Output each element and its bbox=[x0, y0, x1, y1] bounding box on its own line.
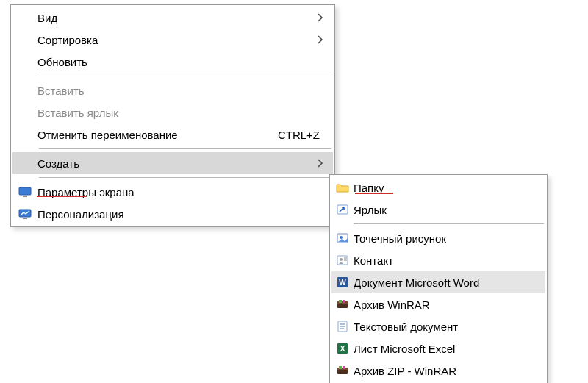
menu-item-label: Архив ZIP - WinRAR bbox=[354, 365, 545, 377]
svg-text:X: X bbox=[340, 345, 345, 353]
svg-point-6 bbox=[340, 236, 343, 239]
submenu-item-winrar[interactable]: Архив WinRAR bbox=[331, 293, 545, 315]
create-submenu: Папку Ярлык Точечный рисунок bbox=[329, 174, 548, 383]
menu-item-label: Папку bbox=[354, 182, 545, 194]
svg-rect-0 bbox=[19, 187, 31, 195]
menu-item-shortcut: CTRL+Z bbox=[278, 129, 333, 141]
menu-item-label: Отменить переименование bbox=[37, 129, 278, 141]
menu-item-label: Вставить ярлык bbox=[37, 107, 312, 119]
menu-item-display-settings[interactable]: Параметры экрана bbox=[12, 181, 333, 203]
svg-rect-25 bbox=[339, 366, 342, 369]
display-settings-icon bbox=[12, 186, 37, 198]
menu-item-label: Ярлык bbox=[354, 204, 545, 216]
text-doc-icon bbox=[331, 321, 354, 332]
submenu-item-word[interactable]: W Документ Microsoft Word bbox=[331, 271, 545, 293]
menu-item-personalize[interactable]: Персонализация bbox=[12, 203, 333, 225]
chevron-right-icon bbox=[312, 35, 333, 44]
chevron-right-icon bbox=[312, 13, 333, 22]
menu-item-label: Вставить bbox=[37, 85, 312, 97]
menu-item-create[interactable]: Создать bbox=[12, 152, 333, 174]
svg-text:W: W bbox=[339, 279, 346, 287]
menu-item-refresh[interactable]: Обновить bbox=[12, 51, 333, 73]
svg-rect-16 bbox=[343, 300, 345, 303]
shortcut-icon bbox=[331, 204, 354, 215]
menu-item-label: Персонализация bbox=[37, 208, 312, 221]
menu-item-label: Текстовый документ bbox=[354, 321, 545, 333]
menu-item-label: Лист Microsoft Excel bbox=[354, 343, 545, 355]
menu-item-paste: Вставить bbox=[12, 79, 333, 101]
svg-rect-15 bbox=[339, 300, 342, 303]
word-icon: W bbox=[331, 276, 354, 288]
excel-icon: X bbox=[331, 343, 354, 354]
menu-item-undo-rename[interactable]: Отменить переименование CTRL+Z bbox=[12, 124, 333, 146]
personalize-icon bbox=[12, 208, 37, 220]
menu-item-label: Точечный рисунок bbox=[354, 232, 545, 245]
menu-separator bbox=[39, 177, 331, 178]
svg-rect-26 bbox=[343, 366, 345, 369]
svg-point-8 bbox=[340, 258, 343, 261]
submenu-item-winrar-zip[interactable]: Архив ZIP - WinRAR bbox=[331, 359, 545, 382]
folder-icon bbox=[331, 182, 354, 193]
submenu-item-text-doc[interactable]: Текстовый документ bbox=[331, 315, 545, 337]
menu-item-label: Документ Microsoft Word bbox=[354, 276, 545, 289]
contact-icon bbox=[331, 254, 354, 266]
menu-separator bbox=[39, 148, 331, 149]
winrar-icon bbox=[331, 298, 354, 310]
menu-item-label: Вид bbox=[37, 12, 312, 24]
menu-item-label: Контакт bbox=[354, 254, 545, 267]
submenu-item-folder[interactable]: Папку bbox=[331, 176, 545, 198]
bitmap-icon bbox=[331, 232, 354, 244]
winrar-zip-icon bbox=[331, 365, 354, 376]
menu-item-label: Создать bbox=[37, 157, 312, 170]
menu-separator bbox=[39, 76, 331, 76]
menu-item-label: Архив WinRAR bbox=[354, 298, 545, 311]
chevron-right-icon bbox=[312, 159, 333, 168]
menu-item-label: Обновить bbox=[37, 56, 312, 68]
menu-item-sort[interactable]: Сортировка bbox=[12, 29, 333, 51]
svg-rect-1 bbox=[23, 196, 27, 197]
menu-item-label: Сортировка bbox=[37, 34, 312, 46]
submenu-item-bitmap[interactable]: Точечный рисунок bbox=[331, 227, 545, 249]
submenu-item-shortcut[interactable]: Ярлык bbox=[331, 198, 545, 221]
menu-item-view[interactable]: Вид bbox=[12, 7, 333, 29]
svg-rect-3 bbox=[23, 218, 27, 219]
desktop-context-menu: Вид Сортировка Обновить Вставить Вставит… bbox=[10, 4, 335, 227]
submenu-item-contact[interactable]: Контакт bbox=[331, 249, 545, 271]
menu-item-paste-shortcut: Вставить ярлык bbox=[12, 101, 333, 124]
submenu-item-excel[interactable]: X Лист Microsoft Excel bbox=[331, 337, 545, 359]
menu-separator bbox=[354, 223, 544, 224]
menu-item-label: Параметры экрана bbox=[37, 186, 312, 198]
